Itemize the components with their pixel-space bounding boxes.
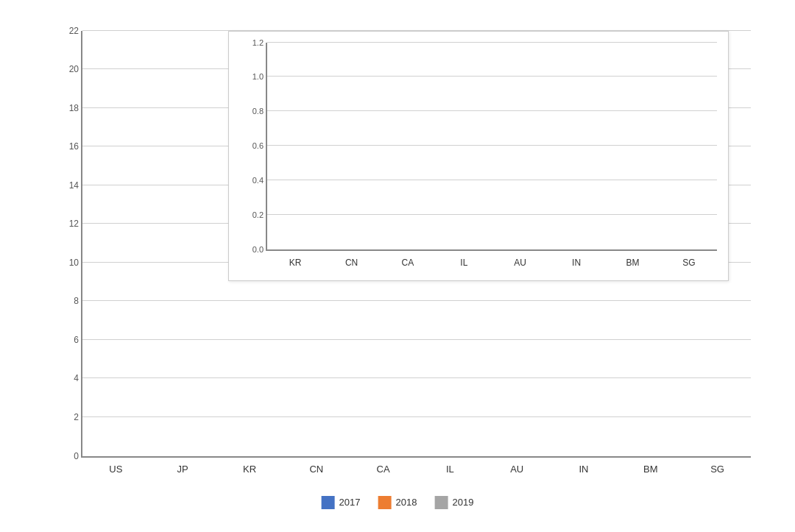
legend-label: 2019	[452, 497, 473, 508]
y-tick-label: 22	[69, 26, 79, 36]
y-tick-label: 12	[69, 219, 79, 229]
y-tick-label: 4	[74, 373, 79, 383]
inset-x-tick-label: CN	[345, 258, 358, 268]
inset-chart: 0.00.20.40.60.81.01.2KRCNCAILAUINBMSG	[228, 31, 729, 281]
inset-inner: 0.00.20.40.60.81.01.2KRCNCAILAUINBMSG	[266, 43, 717, 251]
gridline	[82, 416, 751, 417]
inset-y-tick-label: 0.4	[252, 176, 264, 185]
x-tick-label: CA	[377, 464, 390, 475]
inset-y-tick-label: 1.0	[252, 72, 264, 81]
x-tick-label: SG	[710, 464, 724, 475]
gridline	[82, 377, 751, 378]
inset-y-tick-label: 0.2	[252, 210, 264, 219]
chart-container: 0246810121416182022USJPKRCNCAILAUINBMSG …	[29, 16, 766, 517]
inset-x-tick-label: IL	[460, 258, 467, 268]
inset-gridline	[267, 42, 717, 43]
x-tick-label: IN	[579, 464, 589, 475]
x-tick-label: JP	[177, 464, 188, 475]
legend-swatch	[378, 496, 392, 509]
legend-label: 2018	[396, 497, 417, 508]
x-tick-label: US	[109, 464, 122, 475]
y-tick-label: 20	[69, 64, 79, 74]
legend-label: 2017	[339, 497, 361, 508]
inset-x-tick-label: BM	[626, 258, 639, 268]
legend-swatch	[322, 496, 335, 509]
x-tick-label: IL	[446, 464, 454, 475]
inset-gridline	[267, 180, 717, 180]
gridline	[82, 339, 751, 340]
inset-y-tick-label: 0.6	[252, 141, 264, 150]
x-tick-label: CN	[309, 464, 323, 475]
legend-swatch	[434, 496, 448, 509]
inset-gridline	[267, 76, 717, 77]
y-tick-label: 18	[69, 103, 79, 113]
legend-item: 2018	[378, 496, 417, 509]
inset-gridline	[267, 110, 717, 111]
y-tick-label: 6	[74, 335, 79, 345]
y-tick-label: 2	[74, 412, 79, 422]
inset-y-tick-label: 0.8	[252, 107, 264, 116]
y-tick-label: 14	[69, 180, 79, 191]
x-tick-label: BM	[643, 464, 658, 475]
inset-x-tick-label: KR	[289, 258, 302, 268]
gridline	[82, 300, 751, 301]
inset-x-tick-label: IN	[572, 258, 581, 268]
y-tick-label: 10	[69, 258, 79, 268]
inset-gridline	[267, 214, 717, 215]
x-tick-label: AU	[510, 464, 523, 475]
inset-x-tick-label: SG	[682, 258, 695, 268]
inset-gridline	[267, 145, 717, 146]
legend-item: 2017	[322, 496, 361, 509]
legend-item: 2019	[434, 496, 473, 509]
x-tick-label: KR	[243, 464, 256, 475]
inset-y-tick-label: 0.0	[252, 245, 264, 254]
y-tick-label: 0	[74, 451, 79, 461]
inset-x-tick-label: CA	[402, 258, 414, 268]
inset-x-tick-label: AU	[514, 258, 526, 268]
y-tick-label: 16	[69, 141, 79, 152]
chart-legend: 201720182019	[322, 496, 474, 509]
inset-y-tick-label: 1.2	[252, 38, 264, 47]
y-tick-label: 8	[74, 296, 79, 306]
